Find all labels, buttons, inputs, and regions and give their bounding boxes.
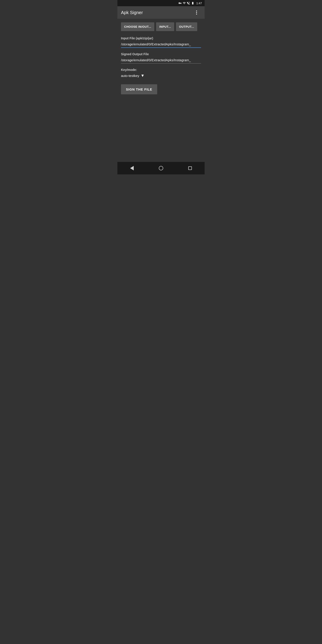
key-mode-section: Key/mode: auto-testkey ▼: [121, 68, 201, 78]
vpn-key-icon: [178, 2, 182, 5]
main-content: CHOOSE IN/OUT... INPUT... OUTPUT... Inpu…: [118, 19, 204, 162]
app-title: Apk Signer: [121, 10, 143, 15]
home-icon: [159, 166, 163, 170]
input-file-section: Input File (apk/zip/jar): [121, 36, 201, 48]
nav-back-button[interactable]: [126, 163, 137, 174]
key-mode-dropdown[interactable]: auto-testkey ▼: [121, 73, 201, 78]
nav-home-button[interactable]: [156, 163, 166, 174]
recent-icon: [188, 166, 192, 170]
button-row: CHOOSE IN/OUT... INPUT... OUTPUT...: [121, 22, 201, 31]
signed-output-field[interactable]: [121, 57, 201, 64]
input-file-field[interactable]: [121, 41, 201, 48]
sign-file-button[interactable]: SIGN THE FILE: [121, 84, 157, 94]
status-time: 1:47: [196, 2, 202, 5]
key-mode-value: auto-testkey: [121, 74, 139, 78]
app-bar: Apk Signer: [118, 6, 204, 19]
signed-output-label: Signed Output File: [121, 52, 201, 56]
signal-icon: [187, 2, 190, 5]
nav-recent-button[interactable]: [185, 163, 196, 174]
overflow-dots-icon: [196, 10, 197, 14]
wifi-icon: [183, 2, 186, 5]
nav-bar: [118, 162, 204, 174]
key-mode-label: Key/mode:: [121, 68, 201, 72]
choose-in-out-button[interactable]: CHOOSE IN/OUT...: [121, 22, 154, 31]
dropdown-arrow-icon: ▼: [141, 73, 145, 78]
status-icons: 1:47: [178, 2, 202, 5]
back-icon: [130, 166, 134, 170]
signed-output-section: Signed Output File: [121, 52, 201, 64]
status-bar: 1:47: [118, 0, 204, 6]
output-button[interactable]: OUTPUT...: [176, 22, 197, 31]
battery-icon: [191, 2, 194, 5]
input-file-label: Input File (apk/zip/jar): [121, 36, 201, 40]
input-button[interactable]: INPUT...: [156, 22, 174, 31]
overflow-menu-button[interactable]: [192, 8, 201, 17]
